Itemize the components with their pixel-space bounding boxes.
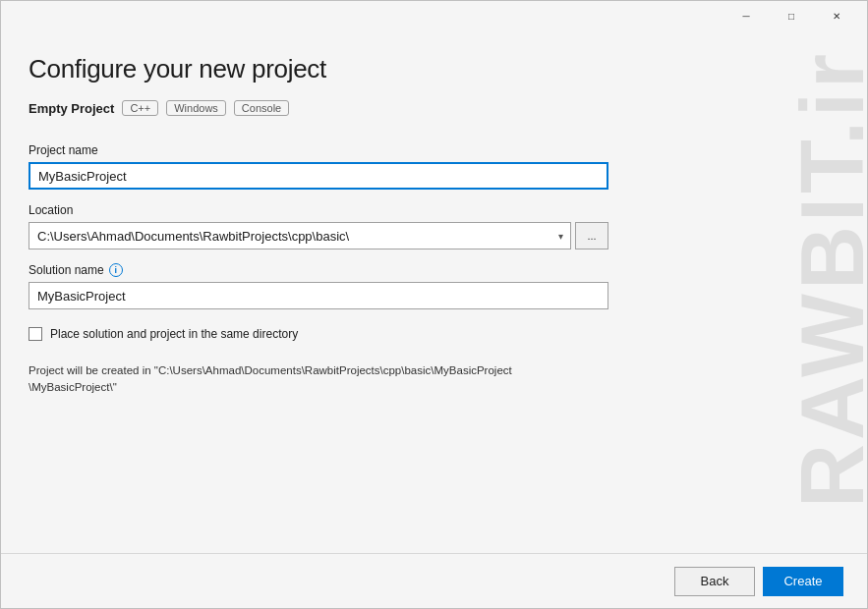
footer: Back Create xyxy=(1,553,867,608)
same-directory-checkbox[interactable] xyxy=(29,327,42,341)
minimize-button[interactable]: ─ xyxy=(723,1,769,30)
browse-button[interactable]: ... xyxy=(575,222,608,249)
main-panel: Configure your new project Empty Project… xyxy=(1,30,680,553)
create-button[interactable]: Create xyxy=(763,567,843,596)
project-type-label: Empty Project xyxy=(29,101,114,116)
info-icon: i xyxy=(109,263,123,277)
page-title: Configure your new project xyxy=(29,54,653,84)
maximize-button[interactable]: □ xyxy=(769,1,814,30)
project-name-label: Project name xyxy=(29,143,608,157)
location-label: Location xyxy=(29,203,608,217)
console-tag: Console xyxy=(234,100,289,116)
solution-name-label: Solution name i xyxy=(29,263,608,277)
cpp-tag: C++ xyxy=(122,100,158,116)
location-row: ... xyxy=(29,222,608,249)
project-name-input[interactable] xyxy=(29,162,608,190)
location-input[interactable] xyxy=(29,222,571,249)
checkbox-row: Place solution and project in the same d… xyxy=(29,327,608,341)
watermark-text: RAWBIT.ir xyxy=(788,50,867,508)
back-button[interactable]: Back xyxy=(674,567,755,596)
windows-tag: Windows xyxy=(166,100,226,116)
form-section: Project name Location ... Solution name … xyxy=(29,143,608,397)
title-bar-controls: ─ □ ✕ xyxy=(723,1,859,30)
side-panel: RAWBIT.ir xyxy=(680,30,867,553)
close-button[interactable]: ✕ xyxy=(814,1,859,30)
window: ─ □ ✕ Configure your new project Empty P… xyxy=(0,0,868,609)
content-area: Configure your new project Empty Project… xyxy=(1,30,867,553)
solution-name-input[interactable] xyxy=(29,282,608,309)
location-select-wrapper xyxy=(29,222,571,249)
same-directory-label: Place solution and project in the same d… xyxy=(50,327,298,341)
title-bar: ─ □ ✕ xyxy=(1,1,867,30)
subtitle-row: Empty Project C++ Windows Console xyxy=(29,100,653,116)
project-path-info: Project will be created in "C:\Users\Ahm… xyxy=(29,362,579,397)
